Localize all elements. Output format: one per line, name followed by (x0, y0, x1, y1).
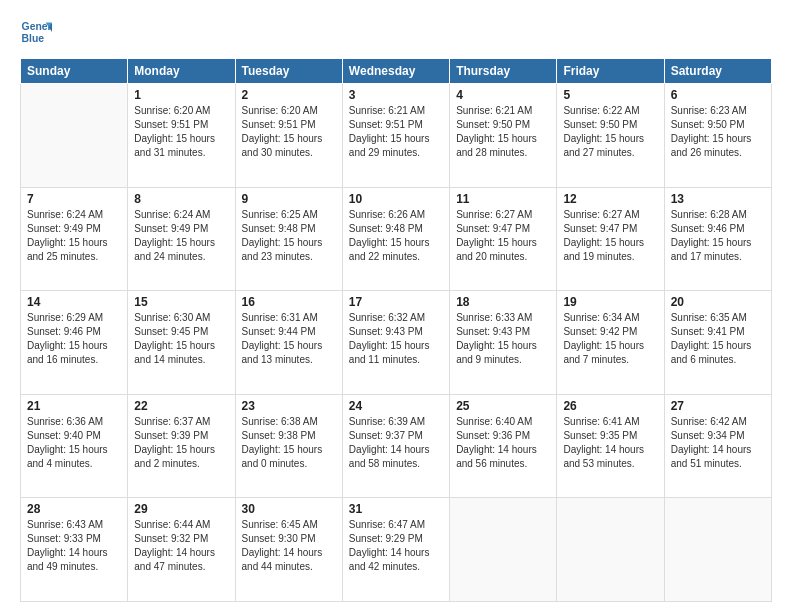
day-number: 8 (134, 192, 228, 206)
day-number: 23 (242, 399, 336, 413)
day-info: Sunrise: 6:22 AMSunset: 9:50 PMDaylight:… (563, 104, 657, 160)
day-cell: 27Sunrise: 6:42 AMSunset: 9:34 PMDayligh… (664, 394, 771, 498)
day-cell: 7Sunrise: 6:24 AMSunset: 9:49 PMDaylight… (21, 187, 128, 291)
day-number: 21 (27, 399, 121, 413)
day-info: Sunrise: 6:20 AMSunset: 9:51 PMDaylight:… (134, 104, 228, 160)
day-info: Sunrise: 6:39 AMSunset: 9:37 PMDaylight:… (349, 415, 443, 471)
day-cell: 22Sunrise: 6:37 AMSunset: 9:39 PMDayligh… (128, 394, 235, 498)
day-cell: 19Sunrise: 6:34 AMSunset: 9:42 PMDayligh… (557, 291, 664, 395)
day-info: Sunrise: 6:42 AMSunset: 9:34 PMDaylight:… (671, 415, 765, 471)
day-number: 2 (242, 88, 336, 102)
day-number: 19 (563, 295, 657, 309)
day-info: Sunrise: 6:41 AMSunset: 9:35 PMDaylight:… (563, 415, 657, 471)
day-cell (450, 498, 557, 602)
day-cell (557, 498, 664, 602)
day-cell: 13Sunrise: 6:28 AMSunset: 9:46 PMDayligh… (664, 187, 771, 291)
day-info: Sunrise: 6:21 AMSunset: 9:50 PMDaylight:… (456, 104, 550, 160)
day-cell: 17Sunrise: 6:32 AMSunset: 9:43 PMDayligh… (342, 291, 449, 395)
week-row-1: 1Sunrise: 6:20 AMSunset: 9:51 PMDaylight… (21, 84, 772, 188)
col-header-friday: Friday (557, 59, 664, 84)
day-number: 22 (134, 399, 228, 413)
day-number: 31 (349, 502, 443, 516)
page: General Blue SundayMondayTuesdayWednesda… (0, 0, 792, 612)
day-number: 16 (242, 295, 336, 309)
day-cell: 6Sunrise: 6:23 AMSunset: 9:50 PMDaylight… (664, 84, 771, 188)
day-number: 10 (349, 192, 443, 206)
col-header-tuesday: Tuesday (235, 59, 342, 84)
day-cell (664, 498, 771, 602)
day-info: Sunrise: 6:33 AMSunset: 9:43 PMDaylight:… (456, 311, 550, 367)
day-number: 17 (349, 295, 443, 309)
col-header-monday: Monday (128, 59, 235, 84)
day-cell: 21Sunrise: 6:36 AMSunset: 9:40 PMDayligh… (21, 394, 128, 498)
day-info: Sunrise: 6:23 AMSunset: 9:50 PMDaylight:… (671, 104, 765, 160)
day-cell: 16Sunrise: 6:31 AMSunset: 9:44 PMDayligh… (235, 291, 342, 395)
day-cell: 14Sunrise: 6:29 AMSunset: 9:46 PMDayligh… (21, 291, 128, 395)
day-info: Sunrise: 6:34 AMSunset: 9:42 PMDaylight:… (563, 311, 657, 367)
header: General Blue (20, 16, 772, 48)
day-number: 29 (134, 502, 228, 516)
day-info: Sunrise: 6:45 AMSunset: 9:30 PMDaylight:… (242, 518, 336, 574)
day-info: Sunrise: 6:26 AMSunset: 9:48 PMDaylight:… (349, 208, 443, 264)
day-info: Sunrise: 6:43 AMSunset: 9:33 PMDaylight:… (27, 518, 121, 574)
day-number: 28 (27, 502, 121, 516)
day-info: Sunrise: 6:37 AMSunset: 9:39 PMDaylight:… (134, 415, 228, 471)
day-cell: 28Sunrise: 6:43 AMSunset: 9:33 PMDayligh… (21, 498, 128, 602)
day-info: Sunrise: 6:30 AMSunset: 9:45 PMDaylight:… (134, 311, 228, 367)
day-number: 4 (456, 88, 550, 102)
day-cell: 10Sunrise: 6:26 AMSunset: 9:48 PMDayligh… (342, 187, 449, 291)
day-info: Sunrise: 6:28 AMSunset: 9:46 PMDaylight:… (671, 208, 765, 264)
day-number: 27 (671, 399, 765, 413)
day-info: Sunrise: 6:24 AMSunset: 9:49 PMDaylight:… (134, 208, 228, 264)
day-info: Sunrise: 6:38 AMSunset: 9:38 PMDaylight:… (242, 415, 336, 471)
day-number: 25 (456, 399, 550, 413)
day-number: 30 (242, 502, 336, 516)
day-info: Sunrise: 6:47 AMSunset: 9:29 PMDaylight:… (349, 518, 443, 574)
day-cell: 5Sunrise: 6:22 AMSunset: 9:50 PMDaylight… (557, 84, 664, 188)
day-info: Sunrise: 6:29 AMSunset: 9:46 PMDaylight:… (27, 311, 121, 367)
svg-text:Blue: Blue (22, 33, 45, 44)
day-number: 24 (349, 399, 443, 413)
day-number: 1 (134, 88, 228, 102)
day-info: Sunrise: 6:24 AMSunset: 9:49 PMDaylight:… (27, 208, 121, 264)
day-number: 3 (349, 88, 443, 102)
day-number: 5 (563, 88, 657, 102)
day-number: 26 (563, 399, 657, 413)
col-header-wednesday: Wednesday (342, 59, 449, 84)
day-cell: 9Sunrise: 6:25 AMSunset: 9:48 PMDaylight… (235, 187, 342, 291)
day-number: 18 (456, 295, 550, 309)
day-info: Sunrise: 6:32 AMSunset: 9:43 PMDaylight:… (349, 311, 443, 367)
logo-icon: General Blue (20, 16, 52, 48)
day-info: Sunrise: 6:36 AMSunset: 9:40 PMDaylight:… (27, 415, 121, 471)
week-row-3: 14Sunrise: 6:29 AMSunset: 9:46 PMDayligh… (21, 291, 772, 395)
col-header-thursday: Thursday (450, 59, 557, 84)
week-row-5: 28Sunrise: 6:43 AMSunset: 9:33 PMDayligh… (21, 498, 772, 602)
logo: General Blue (20, 16, 52, 48)
day-info: Sunrise: 6:20 AMSunset: 9:51 PMDaylight:… (242, 104, 336, 160)
day-cell: 23Sunrise: 6:38 AMSunset: 9:38 PMDayligh… (235, 394, 342, 498)
day-info: Sunrise: 6:25 AMSunset: 9:48 PMDaylight:… (242, 208, 336, 264)
day-cell: 1Sunrise: 6:20 AMSunset: 9:51 PMDaylight… (128, 84, 235, 188)
day-cell: 31Sunrise: 6:47 AMSunset: 9:29 PMDayligh… (342, 498, 449, 602)
day-cell: 26Sunrise: 6:41 AMSunset: 9:35 PMDayligh… (557, 394, 664, 498)
day-cell: 30Sunrise: 6:45 AMSunset: 9:30 PMDayligh… (235, 498, 342, 602)
day-cell: 25Sunrise: 6:40 AMSunset: 9:36 PMDayligh… (450, 394, 557, 498)
day-cell: 12Sunrise: 6:27 AMSunset: 9:47 PMDayligh… (557, 187, 664, 291)
week-row-2: 7Sunrise: 6:24 AMSunset: 9:49 PMDaylight… (21, 187, 772, 291)
day-info: Sunrise: 6:31 AMSunset: 9:44 PMDaylight:… (242, 311, 336, 367)
col-header-saturday: Saturday (664, 59, 771, 84)
calendar-table: SundayMondayTuesdayWednesdayThursdayFrid… (20, 58, 772, 602)
day-number: 6 (671, 88, 765, 102)
day-number: 11 (456, 192, 550, 206)
day-number: 15 (134, 295, 228, 309)
day-info: Sunrise: 6:44 AMSunset: 9:32 PMDaylight:… (134, 518, 228, 574)
day-cell: 24Sunrise: 6:39 AMSunset: 9:37 PMDayligh… (342, 394, 449, 498)
day-cell: 20Sunrise: 6:35 AMSunset: 9:41 PMDayligh… (664, 291, 771, 395)
day-cell (21, 84, 128, 188)
day-number: 7 (27, 192, 121, 206)
day-number: 14 (27, 295, 121, 309)
day-cell: 18Sunrise: 6:33 AMSunset: 9:43 PMDayligh… (450, 291, 557, 395)
col-header-sunday: Sunday (21, 59, 128, 84)
day-cell: 8Sunrise: 6:24 AMSunset: 9:49 PMDaylight… (128, 187, 235, 291)
day-info: Sunrise: 6:27 AMSunset: 9:47 PMDaylight:… (456, 208, 550, 264)
